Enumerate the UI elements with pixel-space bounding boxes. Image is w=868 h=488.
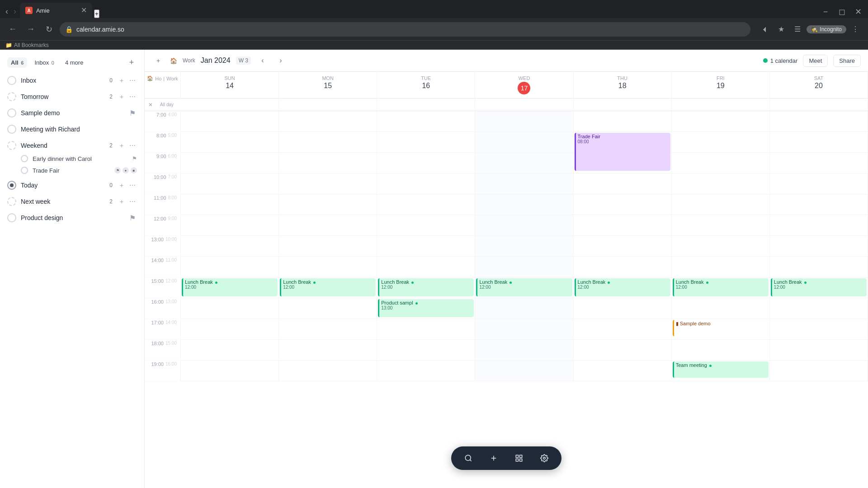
thu-slot-8[interactable]: Lunch Break 12:00 bbox=[574, 277, 671, 298]
sat-slot-2[interactable] bbox=[770, 153, 868, 174]
fri-slot-1[interactable] bbox=[672, 132, 769, 153]
sidebar-tab-more[interactable]: 4 more bbox=[61, 57, 87, 68]
wed-slot-6[interactable] bbox=[475, 236, 573, 257]
mon-slot-1[interactable] bbox=[279, 132, 377, 153]
sidebar-tab-all[interactable]: All 6 bbox=[7, 57, 27, 68]
sun-slot-5[interactable] bbox=[181, 215, 278, 236]
sat-slot-0[interactable] bbox=[770, 111, 868, 132]
work-tab[interactable]: Work bbox=[183, 57, 195, 64]
back-button[interactable]: ← bbox=[5, 22, 20, 37]
sidebar-tab-inbox[interactable]: Inbox 0 bbox=[31, 57, 58, 68]
mon-slot-4[interactable] bbox=[279, 194, 377, 215]
mon-slot-2[interactable] bbox=[279, 153, 377, 174]
mon-slot-6[interactable] bbox=[279, 236, 377, 257]
thu-slot-11[interactable] bbox=[574, 340, 671, 361]
meeting-richard-header[interactable]: Meeting with Richard bbox=[0, 122, 144, 136]
thu-slot-10[interactable] bbox=[574, 319, 671, 340]
fri-slot-11[interactable] bbox=[672, 340, 769, 361]
event-product-sample[interactable]: Product sampl 13:00 bbox=[378, 299, 474, 317]
close-allday-icon[interactable]: ✕ bbox=[148, 102, 153, 108]
sat-slot-5[interactable] bbox=[770, 215, 868, 236]
weekend-more-icon[interactable]: ⋯ bbox=[128, 141, 137, 150]
tue-slot-7[interactable] bbox=[377, 257, 475, 277]
inbox-more-icon[interactable]: ⋯ bbox=[128, 76, 137, 85]
weekend-section-header[interactable]: Weekend 2 + ⋯ bbox=[0, 138, 144, 153]
tue-slot-12[interactable] bbox=[377, 361, 475, 381]
thu-slot-12[interactable] bbox=[574, 361, 671, 381]
tue-slot-6[interactable] bbox=[377, 236, 475, 257]
next-week-more-icon[interactable]: ⋯ bbox=[128, 197, 137, 206]
fri-slot-6[interactable] bbox=[672, 236, 769, 257]
wed-slot-9[interactable] bbox=[475, 298, 573, 319]
prev-week-button[interactable]: ‹ bbox=[256, 54, 269, 67]
event-lunch-mon[interactable]: Lunch Break 12:00 bbox=[280, 278, 376, 296]
tue-slot-9[interactable]: Product sampl 13:00 bbox=[377, 298, 475, 319]
meet-button[interactable]: Meet bbox=[803, 55, 828, 67]
settings-toolbar-button[interactable] bbox=[536, 450, 552, 466]
tue-slot-1[interactable] bbox=[377, 132, 475, 153]
sat-slot-10[interactable] bbox=[770, 319, 868, 340]
tue-slot-4[interactable] bbox=[377, 194, 475, 215]
sat-slot-12[interactable] bbox=[770, 361, 868, 381]
search-toolbar-button[interactable] bbox=[460, 450, 476, 466]
address-bar[interactable]: 🔒 calendar.amie.so bbox=[60, 22, 750, 37]
sun-slot-0[interactable] bbox=[181, 111, 278, 132]
early-dinner-checkbox[interactable] bbox=[21, 155, 28, 162]
fri-slot-2[interactable] bbox=[672, 153, 769, 174]
sat-slot-3[interactable] bbox=[770, 174, 868, 194]
add-event-button[interactable]: + bbox=[152, 54, 165, 67]
thu-slot-3[interactable] bbox=[574, 174, 671, 194]
list-item-early-dinner[interactable]: Early dinner with Carol ⚑ bbox=[0, 153, 144, 164]
sun-slot-3[interactable] bbox=[181, 174, 278, 194]
thu-slot-4[interactable] bbox=[574, 194, 671, 215]
tue-slot-2[interactable] bbox=[377, 153, 475, 174]
event-lunch-sun[interactable]: Lunch Break 12:00 bbox=[182, 278, 278, 296]
sun-slot-12[interactable] bbox=[181, 361, 278, 381]
fri-slot-0[interactable] bbox=[672, 111, 769, 132]
fri-slot-5[interactable] bbox=[672, 215, 769, 236]
thu-slot-2[interactable] bbox=[574, 153, 671, 174]
fri-slot-3[interactable] bbox=[672, 174, 769, 194]
browser-tab-amie[interactable]: A Amie ✕ bbox=[20, 3, 92, 18]
sidebar-toggle-icon[interactable]: ☰ bbox=[790, 22, 805, 37]
weekend-add-icon[interactable]: + bbox=[117, 141, 126, 150]
today-add-icon[interactable]: + bbox=[117, 181, 126, 190]
sun-slot-10[interactable] bbox=[181, 319, 278, 340]
wed-slot-5[interactable] bbox=[475, 215, 573, 236]
thu-slot-1[interactable]: Trade Fair 08:00 bbox=[574, 132, 671, 153]
forward-button[interactable]: → bbox=[24, 22, 38, 37]
thu-slot-5[interactable] bbox=[574, 215, 671, 236]
sun-slot-1[interactable] bbox=[181, 132, 278, 153]
wed-slot-1[interactable] bbox=[475, 132, 573, 153]
tue-slot-10[interactable] bbox=[377, 319, 475, 340]
maximize-icon[interactable]: ◻ bbox=[835, 5, 848, 18]
sidebar-add-button[interactable]: + bbox=[126, 57, 137, 68]
tue-slot-0[interactable] bbox=[377, 111, 475, 132]
event-team-meeting-cal[interactable]: Team meeting bbox=[673, 361, 769, 378]
today-more-icon[interactable]: ⋯ bbox=[128, 181, 137, 190]
sat-slot-7[interactable] bbox=[770, 257, 868, 277]
wed-slot-7[interactable] bbox=[475, 257, 573, 277]
wed-slot-0[interactable] bbox=[475, 111, 573, 132]
wed-slot-12[interactable] bbox=[475, 361, 573, 381]
mon-slot-3[interactable] bbox=[279, 174, 377, 194]
next-week-button[interactable]: › bbox=[274, 54, 287, 67]
tomorrow-add-icon[interactable]: + bbox=[117, 92, 126, 101]
inbox-add-icon[interactable]: + bbox=[117, 76, 126, 85]
sun-slot-6[interactable] bbox=[181, 236, 278, 257]
sun-slot-2[interactable] bbox=[181, 153, 278, 174]
wed-slot-10[interactable] bbox=[475, 319, 573, 340]
nav-back-icon[interactable]: ‹ bbox=[4, 5, 10, 18]
sat-slot-1[interactable] bbox=[770, 132, 868, 153]
next-week-add-icon[interactable]: + bbox=[117, 197, 126, 206]
sat-slot-11[interactable] bbox=[770, 340, 868, 361]
sat-slot-9[interactable] bbox=[770, 298, 868, 319]
thu-slot-7[interactable] bbox=[574, 257, 671, 277]
trade-fair-checkbox[interactable] bbox=[21, 167, 28, 174]
product-design-header[interactable]: Product design ⚑ bbox=[0, 211, 144, 225]
thu-slot-0[interactable] bbox=[574, 111, 671, 132]
tue-slot-5[interactable] bbox=[377, 215, 475, 236]
fri-slot-4[interactable] bbox=[672, 194, 769, 215]
mon-slot-7[interactable] bbox=[279, 257, 377, 277]
add-toolbar-button[interactable] bbox=[486, 450, 502, 466]
